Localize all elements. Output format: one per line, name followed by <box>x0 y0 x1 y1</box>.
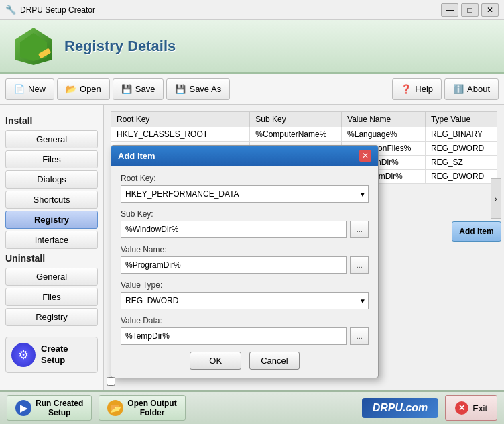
value-name-input[interactable] <box>121 256 347 274</box>
root-key-select[interactable]: HKEY_CLASSES_ROOTHKEY_CURRENT_USERHKEY_L… <box>121 185 369 203</box>
sidebar-item-registry-uninstall[interactable]: Registry <box>5 308 98 326</box>
value-data-browse-button[interactable]: ... <box>350 327 369 345</box>
window-controls: — □ ✕ <box>441 3 499 17</box>
app-icon: 🔧 <box>5 5 16 15</box>
create-setup-button[interactable]: ⚙ CreateSetup <box>5 337 98 373</box>
app-logo <box>13 26 54 66</box>
add-item-dialog: Add Item ✕ Root Key: HKEY_CLASSES_ROOTHK… <box>111 145 379 378</box>
scroll-right-icon[interactable]: › <box>495 195 497 203</box>
root-key-label: Root Key: <box>121 174 369 183</box>
sub-key-label: Sub Key: <box>121 209 369 219</box>
save-button[interactable]: 💾 Save <box>113 78 164 100</box>
sidebar-item-general-uninstall[interactable]: General <box>5 268 98 286</box>
value-name-input-row: ... <box>121 256 369 274</box>
checkbox-input[interactable] <box>107 377 115 386</box>
header: Registry Details <box>0 20 504 74</box>
value-data-label: Value Data: <box>121 316 369 325</box>
close-button[interactable]: ✕ <box>481 3 499 17</box>
sidebar-item-files-uninstall[interactable]: Files <box>5 288 98 306</box>
sidebar: Install General Files Dialogs Shortcuts … <box>0 105 104 390</box>
sidebar-item-dialogs[interactable]: Dialogs <box>5 170 98 189</box>
help-button[interactable]: ❓ Help <box>392 78 442 100</box>
dialog-buttons: OK Cancel <box>121 352 369 370</box>
sub-key-input[interactable] <box>121 221 347 238</box>
about-icon: ℹ️ <box>453 84 464 94</box>
sub-key-field: Sub Key: ... <box>121 209 369 238</box>
open-output-label: Open OutputFolder <box>127 399 176 417</box>
window-title: DRPU Setup Creator <box>20 5 441 15</box>
titlebar: 🔧 DRPU Setup Creator — □ ✕ <box>0 0 504 20</box>
sub-key-browse-button[interactable]: ... <box>350 221 369 238</box>
toolbar: 📄 New 📂 Open 💾 Save 💾 Save As ❓ Help ℹ️ … <box>0 74 504 105</box>
save-icon: 💾 <box>121 84 132 94</box>
sidebar-item-registry-install[interactable]: Registry <box>5 211 98 229</box>
value-type-label: Value Type: <box>121 280 369 290</box>
main-area: Install General Files Dialogs Shortcuts … <box>0 105 504 390</box>
value-name-field: Value Name: ... <box>121 245 369 274</box>
root-key-field: Root Key: HKEY_CLASSES_ROOTHKEY_CURRENT_… <box>121 174 369 203</box>
value-type-select-container: REG_BINARYREG_DWORDREG_SZREG_EXPAND_SZ ▼ <box>121 292 369 309</box>
new-icon: 📄 <box>14 84 25 94</box>
dialog-overlay: Add Item ✕ Root Key: HKEY_CLASSES_ROOTHK… <box>104 105 504 390</box>
open-button[interactable]: 📂 Open <box>57 78 110 100</box>
uninstall-section-title: Uninstall <box>5 253 98 264</box>
open-output-icon: 📂 <box>107 400 123 416</box>
run-setup-label: Run CreatedSetup <box>36 399 83 417</box>
value-data-input-row: ... <box>121 327 369 345</box>
open-icon: 📂 <box>66 84 76 94</box>
ok-button[interactable]: OK <box>190 352 241 370</box>
dialog-close-button[interactable]: ✕ <box>359 150 371 162</box>
saveas-icon: 💾 <box>175 84 186 94</box>
root-key-select-container: HKEY_CLASSES_ROOTHKEY_CURRENT_USERHKEY_L… <box>121 185 369 203</box>
sidebar-item-shortcuts[interactable]: Shortcuts <box>5 191 98 209</box>
add-item-button[interactable]: Add Item <box>452 221 501 242</box>
dialog-titlebar: Add Item ✕ <box>111 146 378 166</box>
value-type-select[interactable]: REG_BINARYREG_DWORDREG_SZREG_EXPAND_SZ <box>121 292 369 309</box>
exit-button[interactable]: ✕ Exit <box>445 395 497 421</box>
value-name-browse-button[interactable]: ... <box>350 256 369 274</box>
install-section-title: Install <box>5 115 98 126</box>
about-button[interactable]: ℹ️ About <box>444 78 499 100</box>
help-icon: ❓ <box>401 84 412 94</box>
cancel-button[interactable]: Cancel <box>249 352 299 370</box>
page-title: Registry Details <box>64 38 176 55</box>
run-setup-icon: ▶ <box>15 400 32 416</box>
open-output-button[interactable]: 📂 Open OutputFolder <box>99 395 185 421</box>
value-type-field: Value Type: REG_BINARYREG_DWORDREG_SZREG… <box>121 280 369 309</box>
value-name-label: Value Name: <box>121 245 369 254</box>
brand-logo: DRPU.com <box>362 398 439 418</box>
create-label: CreateSetup <box>41 343 68 366</box>
exit-icon: ✕ <box>455 401 468 415</box>
maximize-button[interactable]: □ <box>461 3 479 17</box>
dialog-title: Add Item <box>118 151 155 161</box>
sidebar-item-interface[interactable]: Interface <box>5 231 98 249</box>
minimize-button[interactable]: — <box>441 3 458 17</box>
sidebar-item-general-install[interactable]: General <box>5 130 98 148</box>
value-data-input[interactable] <box>121 327 347 345</box>
checkbox-row <box>107 377 115 388</box>
sub-key-input-row: ... <box>121 221 369 238</box>
sidebar-item-files-install[interactable]: Files <box>5 150 98 168</box>
create-icon: ⚙ <box>11 343 36 367</box>
dialog-body: Root Key: HKEY_CLASSES_ROOTHKEY_CURRENT_… <box>111 166 378 378</box>
saveas-button[interactable]: 💾 Save As <box>166 78 230 100</box>
content-area: Root Key Sub Key Value Name Type Value H… <box>104 105 504 390</box>
footer: ▶ Run CreatedSetup 📂 Open OutputFolder D… <box>0 390 504 424</box>
run-setup-button[interactable]: ▶ Run CreatedSetup <box>7 395 92 421</box>
value-data-field: Value Data: ... <box>121 316 369 345</box>
new-button[interactable]: 📄 New <box>5 78 54 100</box>
exit-label: Exit <box>472 403 487 413</box>
